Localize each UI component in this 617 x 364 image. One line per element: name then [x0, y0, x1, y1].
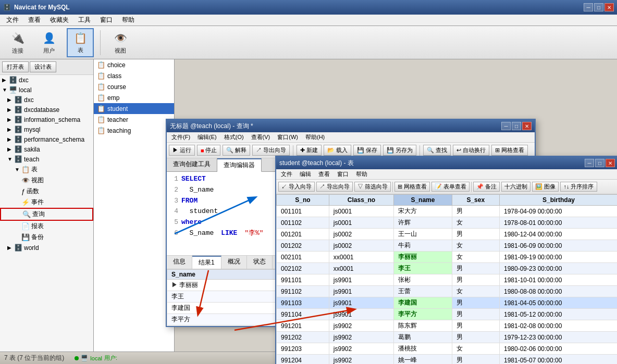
find-button[interactable]: 🔍 查找	[423, 145, 451, 156]
stop-button[interactable]: ■ 停止	[197, 145, 220, 156]
tree-node-db-dxc[interactable]: ▶ 🗄️ dxc	[0, 95, 93, 105]
sw-menu-help[interactable]: 帮助	[353, 170, 370, 179]
sw-menu-view[interactable]: 查看	[316, 170, 332, 179]
tree-node-teach-reports[interactable]: 📄 报表	[0, 221, 93, 232]
maximize-button[interactable]: □	[594, 3, 603, 11]
table-class[interactable]: 📋 class	[94, 70, 174, 81]
save-button[interactable]: 💾 保存	[353, 145, 381, 156]
tree-node-teach-views[interactable]: 👁️ 视图	[0, 175, 93, 186]
col-sname[interactable]: S_name	[394, 195, 452, 206]
table-course[interactable]: 📋 course	[94, 81, 174, 92]
table-teacher-label: teacher	[107, 116, 128, 123]
tree-node-teach-funcs[interactable]: ƒ 函数	[0, 186, 93, 197]
col-ssex[interactable]: S_sex	[452, 195, 499, 206]
toolbar-user[interactable]: 👤 用户	[35, 28, 63, 57]
col-sbday[interactable]: S_birthday	[499, 195, 617, 206]
student-close[interactable]: ✕	[606, 159, 615, 167]
table-emp[interactable]: 📋 emp	[94, 92, 174, 103]
tree-label-reports: 报表	[31, 222, 44, 231]
query-minimize[interactable]: ─	[501, 122, 511, 130]
run-button[interactable]: ▶ 运行	[169, 145, 195, 156]
table-choice[interactable]: 📋 choice	[94, 59, 174, 70]
filter-wizard-btn[interactable]: ▽ 筛选向导	[354, 182, 391, 192]
result-tab-overview[interactable]: 概况	[221, 256, 247, 269]
tree-node-teach-tables[interactable]: ▼ 📋 表	[0, 164, 93, 175]
menu-tools[interactable]: 工具	[74, 15, 95, 26]
result-tab-result1[interactable]: 结果1	[192, 256, 221, 269]
table-teaching[interactable]: 📋 teaching	[94, 125, 174, 136]
title-bar-left: 🗄️ Navicat for MySQL	[3, 4, 70, 11]
menu-view[interactable]: 查看	[24, 15, 45, 26]
table-teacher[interactable]: 📋 teacher	[94, 114, 174, 125]
image-btn[interactable]: 🖼️ 图像	[532, 182, 559, 192]
tab-query-editor[interactable]: 查询编辑器	[217, 158, 262, 172]
student-maximize[interactable]: □	[595, 159, 604, 167]
tree-node-teach[interactable]: ▼ 🗄️ teach	[0, 154, 93, 164]
toolbar-table[interactable]: 📋 表	[67, 28, 94, 57]
tree-node-dxc[interactable]: ▶ 🗄️ dxc	[0, 75, 93, 85]
query-close[interactable]: ✕	[522, 122, 532, 130]
close-button[interactable]: ✕	[604, 3, 614, 11]
load-button[interactable]: 📂 载入	[324, 145, 351, 156]
sw-menu-file[interactable]: 文件	[278, 170, 295, 179]
saveas-button[interactable]: 💾 另存为	[383, 145, 416, 156]
student-win-controls[interactable]: ─ □ ✕	[585, 159, 615, 167]
import-wizard-btn[interactable]: ↙ 导入向导	[278, 182, 315, 192]
col-sno[interactable]: S_no	[277, 195, 329, 206]
menu-help[interactable]: 帮助	[118, 15, 139, 26]
tab-query-builder[interactable]: 查询创建工具	[167, 158, 217, 171]
qw-menu-edit[interactable]: 编辑(E)	[195, 133, 219, 142]
window-controls[interactable]: ─ □ ✕	[584, 3, 614, 11]
export-wizard-button[interactable]: ↗ 导出向导	[252, 145, 290, 156]
tree-node-infschema[interactable]: ▶ 🗄️ information_schema	[0, 115, 93, 124]
new-button[interactable]: ✚ 新建	[297, 145, 322, 156]
toolbar-view[interactable]: 👁️ 视图	[107, 28, 134, 57]
tree-node-mysql[interactable]: ▶ 🗄️ mysql	[0, 124, 93, 134]
qw-menu-window[interactable]: 窗口(W)	[275, 133, 301, 142]
qw-menu-file[interactable]: 文件(F)	[169, 133, 193, 142]
note-btn[interactable]: 📌 备注	[473, 182, 500, 192]
tree-label-backup: 备份	[31, 233, 44, 242]
student-window-titlebar: student @teach (local) - 表 ─ □ ✕	[276, 157, 617, 169]
design-table-button[interactable]: 设计表	[30, 61, 56, 72]
sw-menu-edit[interactable]: 编辑	[297, 170, 314, 179]
sw-menu-window[interactable]: 窗口	[335, 170, 351, 179]
connect-icon: 🔌	[9, 31, 26, 45]
qw-menu-view[interactable]: 查看(V)	[249, 133, 273, 142]
tree-node-local[interactable]: ▼ 🖥️ local	[0, 85, 93, 95]
query-maximize[interactable]: □	[512, 122, 521, 130]
table-student[interactable]: 📋 student	[94, 103, 174, 114]
toolbar-connect[interactable]: 🔌 连接	[4, 28, 31, 57]
autowrap-button[interactable]: ↩ 自动换行	[453, 145, 489, 156]
menu-bar: 文件 查看 收藏夹 工具 窗口 帮助	[0, 15, 617, 26]
tree-node-teach-events[interactable]: ⚡ 事件	[0, 197, 93, 208]
gridview-button[interactable]: ⊞ 网格查看	[491, 145, 528, 156]
explain-button[interactable]: 🔍 解释	[223, 145, 250, 156]
grid-view-btn[interactable]: ⊞ 网格查看	[394, 182, 430, 192]
menu-favorites[interactable]: 收藏夹	[46, 15, 73, 26]
tree-node-teach-backup[interactable]: 💾 备份	[0, 232, 93, 243]
tree-node-dxcdatabase[interactable]: ▶ 🗄️ dxcdatabase	[0, 105, 93, 115]
tree-node-sakila[interactable]: ▶ 🗄️ sakila	[0, 144, 93, 154]
result-tab-info[interactable]: 信息	[167, 256, 192, 269]
qw-menu-format[interactable]: 格式(O)	[221, 133, 246, 142]
hex-btn[interactable]: 十六进制	[501, 182, 530, 192]
col-classno[interactable]: Class_no	[329, 195, 393, 206]
menu-file[interactable]: 文件	[2, 15, 23, 26]
db-icon9: 🗄️	[14, 244, 22, 252]
open-table-button[interactable]: 打开表	[2, 61, 29, 72]
tree-node-teach-queries[interactable]: 🔍 查询	[0, 208, 93, 221]
result-tab-status[interactable]: 状态	[247, 256, 273, 269]
qw-menu-help[interactable]: 帮助(H)	[303, 133, 327, 142]
student-minimize[interactable]: ─	[585, 159, 594, 167]
db-icon8: 🗄️	[14, 155, 22, 163]
tree-toggle-db-dxc: ▶	[7, 97, 13, 103]
export-wizard-btn[interactable]: ↗ 导出向导	[316, 182, 353, 192]
menu-window[interactable]: 窗口	[96, 15, 117, 26]
tree-node-perf[interactable]: ▶ 🗄️ performance_schema	[0, 134, 93, 144]
sort-asc-btn[interactable]: ↑↓ 升序排序	[560, 182, 597, 192]
tree-node-world[interactable]: ▶ 🗄️ world	[0, 243, 93, 253]
minimize-button[interactable]: ─	[584, 3, 593, 11]
query-win-controls[interactable]: ─ □ ✕	[501, 122, 532, 130]
form-view-btn[interactable]: 📝 表单查看	[431, 182, 470, 192]
